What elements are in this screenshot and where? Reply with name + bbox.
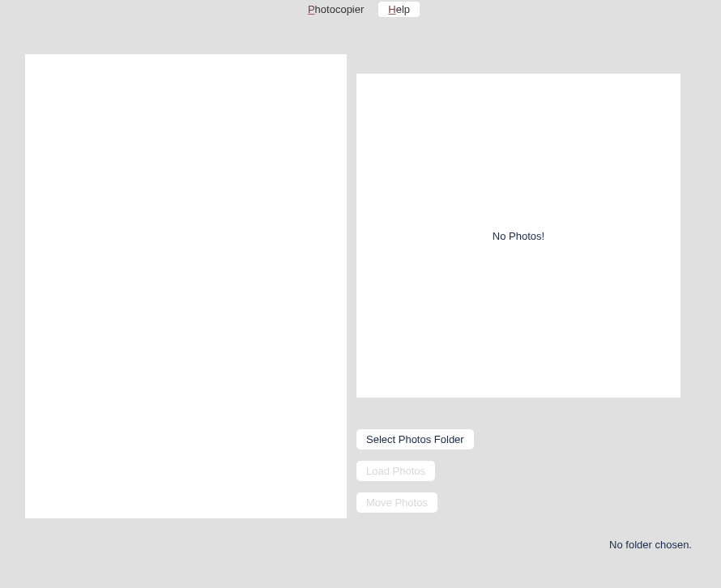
photo-preview-panel: No Photos! xyxy=(356,74,680,398)
menu-help-rest: elp xyxy=(396,3,410,15)
folder-status-text: No folder chosen. xyxy=(609,539,692,551)
no-photos-label: No Photos! xyxy=(493,230,544,242)
menu-help[interactable]: Help xyxy=(378,2,420,17)
menu-app-name[interactable]: Photocopier xyxy=(301,2,370,17)
menu-mnemonic: P xyxy=(308,3,315,15)
load-photos-button: Load Photos xyxy=(356,461,435,481)
main-area: No Photos! Select Photos Folder Load Pho… xyxy=(0,16,721,588)
controls-group: Select Photos Folder Load Photos Move Ph… xyxy=(356,429,474,513)
move-photos-button: Move Photos xyxy=(356,492,437,513)
menu-mnemonic: H xyxy=(388,3,395,15)
select-photos-folder-button[interactable]: Select Photos Folder xyxy=(356,429,474,450)
menubar: Photocopier Help xyxy=(0,0,721,16)
menu-app-name-rest: hotocopier xyxy=(315,3,365,15)
photos-list-panel xyxy=(25,54,347,518)
